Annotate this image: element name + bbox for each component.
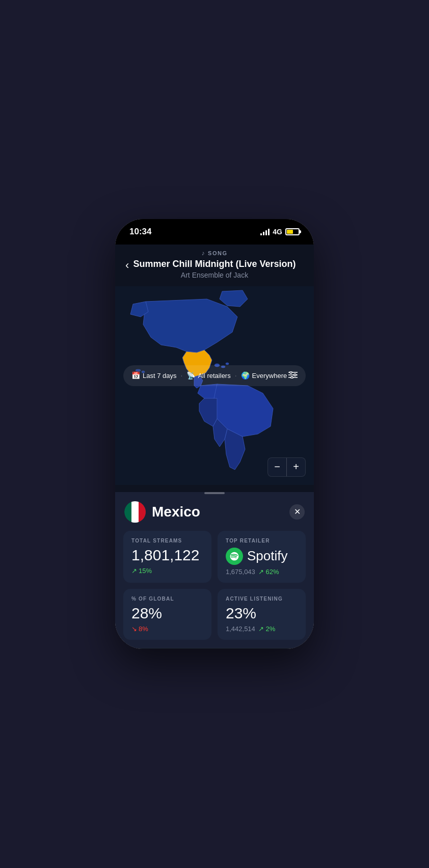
song-title: Summer Chill Midnight (Live Version)	[125, 259, 304, 270]
network-label: 4G	[273, 228, 282, 236]
retailer-filter[interactable]: 📡 All retailers	[186, 371, 230, 379]
filter-divider-1: ·	[181, 371, 183, 379]
retailer-name-row: Spotify	[226, 548, 298, 565]
active-listening-sub: 1,442,514 ↗ 2%	[226, 625, 298, 633]
filter-divider-2: ·	[235, 371, 237, 379]
signal-bars-icon	[260, 228, 270, 235]
map-zoom-controls: − +	[267, 457, 306, 477]
filter-settings-icon[interactable]	[288, 370, 298, 381]
music-note-icon: ♪	[202, 250, 206, 257]
world-map[interactable]: − +	[115, 286, 314, 487]
mexico-flag	[124, 501, 146, 523]
percent-global-change: ↘ 8%	[131, 625, 203, 633]
percent-global-card: % OF GLOBAL 28% ↘ 8%	[123, 589, 211, 640]
calendar-icon: 📅	[131, 371, 140, 379]
status-time: 10:34	[129, 227, 151, 237]
down-arrow-icon: ↘	[131, 625, 137, 633]
filter-bar: 📅 Last 7 days · 📡 All retailers · 🌍 Ever…	[123, 365, 306, 386]
battery-fill	[287, 230, 293, 234]
top-retailer-label: TOP RETAILER	[226, 538, 298, 544]
percent-global-value: 28%	[131, 606, 203, 621]
battery-icon	[285, 228, 300, 235]
percent-global-label: % OF GLOBAL	[131, 596, 203, 602]
spotify-icon	[226, 548, 243, 565]
bottom-nav: HOME SEARCH	[115, 648, 314, 649]
phone-screen: 10:34 4G ‹ ♪ SONG Summer Chill Midn	[115, 219, 314, 649]
notch	[181, 219, 248, 234]
map-section: 📅 Last 7 days · 📡 All retailers · 🌍 Ever…	[115, 286, 314, 487]
close-country-button[interactable]: ✕	[289, 504, 305, 520]
song-artist: Art Ensemble of Jack	[125, 271, 304, 279]
up-arrow-icon: ↗	[131, 567, 137, 575]
song-type-label: ♪ SONG	[125, 250, 304, 257]
total-streams-value: 1,801,122	[131, 548, 203, 563]
active-listening-value: 23%	[226, 606, 298, 621]
total-streams-change: ↗ 15%	[131, 567, 203, 575]
svg-point-9	[226, 363, 229, 365]
total-streams-label: TOTAL STREAMS	[131, 538, 203, 544]
active-listening-label: ACTIVE LISTENING	[226, 596, 298, 602]
stats-panel: Mexico ✕ TOTAL STREAMS 1,801,122 ↗ 15%	[115, 492, 314, 648]
country-header: Mexico ✕	[123, 501, 306, 523]
stats-grid: TOTAL STREAMS 1,801,122 ↗ 15% TOP RETAIL…	[123, 531, 306, 640]
active-listening-change: ↗ 2%	[258, 625, 275, 633]
svg-point-1	[290, 371, 292, 373]
back-button[interactable]: ‹	[125, 260, 129, 271]
svg-rect-13	[131, 501, 139, 523]
drag-handle	[204, 492, 225, 494]
song-header: ‹ ♪ SONG Summer Chill Midnight (Live Ver…	[115, 245, 314, 286]
zoom-out-button[interactable]: −	[268, 458, 286, 476]
zoom-in-button[interactable]: +	[287, 458, 305, 476]
svg-point-5	[291, 376, 293, 378]
phone-frame: 10:34 4G ‹ ♪ SONG Summer Chill Midn	[115, 219, 314, 649]
status-icons: 4G	[260, 228, 300, 236]
retailer-sub-info: 1,675,043 ↗ 62%	[226, 568, 298, 576]
spotify-name: Spotify	[247, 548, 288, 564]
svg-rect-14	[139, 501, 146, 523]
retailer-change: ↗ 62%	[258, 568, 279, 576]
country-name: Mexico	[152, 504, 289, 520]
globe-icon: 🌍	[241, 371, 250, 379]
top-retailer-card: TOP RETAILER Spotify 1,675,043 ↗ 62%	[218, 531, 306, 583]
location-filter[interactable]: 🌍 Everywhere	[241, 371, 287, 379]
signal-icon: 📡	[186, 371, 195, 379]
scrollable-content: ‹ ♪ SONG Summer Chill Midnight (Live Ver…	[115, 245, 314, 649]
date-filter[interactable]: 📅 Last 7 days	[131, 371, 177, 379]
svg-point-3	[294, 374, 296, 376]
total-streams-card: TOTAL STREAMS 1,801,122 ↗ 15%	[123, 531, 211, 583]
active-listening-card: ACTIVE LISTENING 23% 1,442,514 ↗ 2%	[218, 589, 306, 640]
